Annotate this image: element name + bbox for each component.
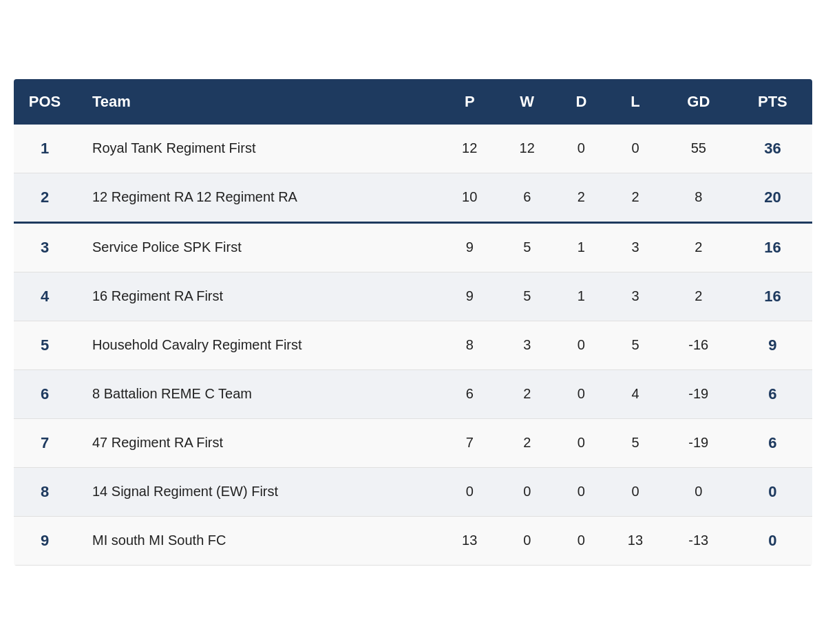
team-cell: 16 Regiment RA First xyxy=(76,272,441,321)
l-cell: 2 xyxy=(606,173,664,222)
pos-cell: 8 xyxy=(14,467,76,516)
w-cell: 0 xyxy=(498,516,556,565)
p-cell: 12 xyxy=(441,125,498,173)
p-cell: 8 xyxy=(441,321,498,369)
pts-cell: 16 xyxy=(733,272,812,321)
header-gd: GD xyxy=(664,79,733,125)
pos-cell: 6 xyxy=(14,369,76,418)
table-row: 68 Battalion REME C Team6204-196 xyxy=(14,369,812,418)
pos-cell: 2 xyxy=(14,173,76,222)
gd-cell: 8 xyxy=(664,173,733,222)
p-cell: 6 xyxy=(441,369,498,418)
w-cell: 0 xyxy=(498,467,556,516)
p-cell: 13 xyxy=(441,516,498,565)
table-row: 3Service Police SPK First9513216 xyxy=(14,222,812,272)
team-cell: 47 Regiment RA First xyxy=(76,418,441,467)
w-cell: 12 xyxy=(498,125,556,173)
d-cell: 0 xyxy=(556,467,607,516)
pos-cell: 5 xyxy=(14,321,76,369)
header-w: W xyxy=(498,79,556,125)
l-cell: 13 xyxy=(606,516,664,565)
d-cell: 0 xyxy=(556,418,607,467)
l-cell: 0 xyxy=(606,467,664,516)
p-cell: 0 xyxy=(441,467,498,516)
header-d: D xyxy=(556,79,607,125)
pts-cell: 36 xyxy=(733,125,812,173)
d-cell: 0 xyxy=(556,369,607,418)
gd-cell: -16 xyxy=(664,321,733,369)
header-l: L xyxy=(606,79,664,125)
table-row: 9MI south MI South FC130013-130 xyxy=(14,516,812,565)
d-cell: 0 xyxy=(556,516,607,565)
team-cell: MI south MI South FC xyxy=(76,516,441,565)
team-cell: Household Cavalry Regiment First xyxy=(76,321,441,369)
w-cell: 5 xyxy=(498,272,556,321)
w-cell: 6 xyxy=(498,173,556,222)
team-cell: Royal TanK Regiment First xyxy=(76,125,441,173)
d-cell: 2 xyxy=(556,173,607,222)
w-cell: 3 xyxy=(498,321,556,369)
d-cell: 1 xyxy=(556,272,607,321)
p-cell: 7 xyxy=(441,418,498,467)
d-cell: 1 xyxy=(556,222,607,272)
pts-cell: 16 xyxy=(733,222,812,272)
table-row: 747 Regiment RA First7205-196 xyxy=(14,418,812,467)
table-row: 5Household Cavalry Regiment First8305-16… xyxy=(14,321,812,369)
w-cell: 2 xyxy=(498,418,556,467)
p-cell: 9 xyxy=(441,222,498,272)
header-pos: POS xyxy=(14,79,76,125)
w-cell: 2 xyxy=(498,369,556,418)
pts-cell: 0 xyxy=(733,467,812,516)
table-row: 416 Regiment RA First9513216 xyxy=(14,272,812,321)
pos-cell: 1 xyxy=(14,125,76,173)
p-cell: 9 xyxy=(441,272,498,321)
pts-cell: 9 xyxy=(733,321,812,369)
d-cell: 0 xyxy=(556,125,607,173)
standings-table-container: POS Team P W D L GD PTS 1Royal TanK Regi… xyxy=(14,79,812,566)
team-cell: Service Police SPK First xyxy=(76,222,441,272)
gd-cell: 55 xyxy=(664,125,733,173)
gd-cell: 2 xyxy=(664,272,733,321)
table-row: 1Royal TanK Regiment First1212005536 xyxy=(14,125,812,173)
pts-cell: 6 xyxy=(733,369,812,418)
pos-cell: 7 xyxy=(14,418,76,467)
l-cell: 3 xyxy=(606,272,664,321)
l-cell: 5 xyxy=(606,418,664,467)
pts-cell: 20 xyxy=(733,173,812,222)
team-cell: 8 Battalion REME C Team xyxy=(76,369,441,418)
header-p: P xyxy=(441,79,498,125)
header-team: Team xyxy=(76,79,441,125)
gd-cell: -13 xyxy=(664,516,733,565)
team-cell: 14 Signal Regiment (EW) First xyxy=(76,467,441,516)
standings-table: POS Team P W D L GD PTS 1Royal TanK Regi… xyxy=(14,79,812,566)
l-cell: 4 xyxy=(606,369,664,418)
pos-cell: 9 xyxy=(14,516,76,565)
team-cell: 12 Regiment RA 12 Regiment RA xyxy=(76,173,441,222)
l-cell: 3 xyxy=(606,222,664,272)
gd-cell: 2 xyxy=(664,222,733,272)
pos-cell: 3 xyxy=(14,222,76,272)
w-cell: 5 xyxy=(498,222,556,272)
gd-cell: -19 xyxy=(664,418,733,467)
table-header-row: POS Team P W D L GD PTS xyxy=(14,79,812,125)
pos-cell: 4 xyxy=(14,272,76,321)
l-cell: 0 xyxy=(606,125,664,173)
pts-cell: 6 xyxy=(733,418,812,467)
header-pts: PTS xyxy=(733,79,812,125)
table-row: 212 Regiment RA 12 Regiment RA10622820 xyxy=(14,173,812,222)
l-cell: 5 xyxy=(606,321,664,369)
gd-cell: 0 xyxy=(664,467,733,516)
p-cell: 10 xyxy=(441,173,498,222)
gd-cell: -19 xyxy=(664,369,733,418)
d-cell: 0 xyxy=(556,321,607,369)
table-row: 814 Signal Regiment (EW) First000000 xyxy=(14,467,812,516)
pts-cell: 0 xyxy=(733,516,812,565)
